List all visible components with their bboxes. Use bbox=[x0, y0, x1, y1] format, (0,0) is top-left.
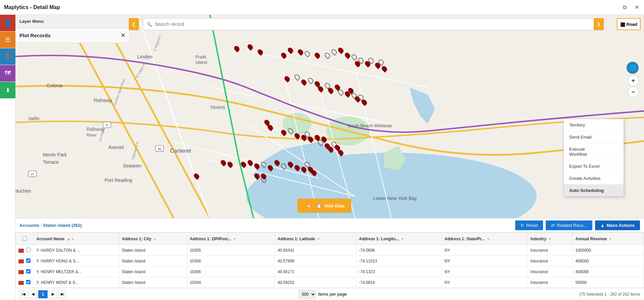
person-icon: 👤 bbox=[4, 19, 11, 27]
row-account-name: Y. HENRY MONT & S... bbox=[34, 277, 119, 288]
globe-icon[interactable]: 🌐 bbox=[627, 62, 639, 74]
svg-text:Iselin: Iselin bbox=[29, 116, 40, 121]
row-checkbox[interactable] bbox=[26, 258, 31, 263]
context-menu-export[interactable]: Export To Excel bbox=[564, 160, 624, 172]
layer-menu-label: Layer Menu bbox=[19, 19, 44, 24]
row-revenue: 400000 bbox=[573, 266, 644, 277]
row-checkbox-cell bbox=[16, 245, 34, 256]
accounts-title[interactable]: Accounts - Staten island (262) bbox=[19, 223, 82, 228]
map-grid-icon: ▦ bbox=[620, 21, 625, 28]
prev-page-button[interactable]: ◀ bbox=[29, 290, 37, 298]
row-state: NY bbox=[442, 245, 528, 256]
row-industry: Insurance bbox=[528, 266, 573, 277]
content-area: Iselin Menlo Park Terrace Metuchen Rahwa… bbox=[15, 15, 644, 300]
context-menu-territory[interactable]: Territory bbox=[564, 119, 624, 131]
hide-data-button[interactable]: ▲ 📋 Hide Data bbox=[298, 199, 351, 213]
context-menu-send-email[interactable]: Send Email bbox=[564, 131, 624, 143]
svg-text:Rahway: Rahway bbox=[94, 97, 112, 103]
row-latitude: 40.57999 bbox=[275, 256, 356, 266]
collapse-panel-button[interactable]: ❮ bbox=[129, 18, 139, 30]
search-input[interactable] bbox=[155, 21, 600, 27]
row-checkbox-cell bbox=[16, 277, 34, 288]
pagination-bar: |◀ ◀ 1 ▶ ▶| 500 100 50 items per page (7… bbox=[15, 288, 644, 300]
related-records-button[interactable]: ⇄ Related Reco... bbox=[546, 220, 592, 230]
row-city: Staten Island bbox=[119, 245, 187, 256]
mass-actions-button[interactable]: ▲ Mass Actions bbox=[595, 220, 640, 230]
last-page-button[interactable]: ▶| bbox=[58, 290, 66, 298]
svg-text:Port Reading: Port Reading bbox=[105, 178, 132, 183]
row-state: NY bbox=[442, 277, 528, 288]
row-checkbox[interactable] bbox=[26, 280, 31, 284]
page-navigation: |◀ ◀ 1 ▶ ▶| bbox=[19, 290, 66, 298]
svg-text:Avenel: Avenel bbox=[108, 144, 124, 150]
sidebar-download-btn[interactable]: ⬇ bbox=[0, 82, 15, 99]
row-latitude: 40.59252 bbox=[275, 277, 356, 288]
per-page-label: items per page bbox=[318, 292, 347, 297]
svg-text:Island: Island bbox=[196, 60, 207, 65]
zoom-in-button[interactable]: + bbox=[628, 75, 639, 86]
header-latitude: Address 1: Latitude ▼ bbox=[275, 233, 356, 245]
action-buttons: ↻ Reset ⇄ Related Reco... ▲ Mass Actions bbox=[515, 220, 640, 230]
map-container: Iselin Menlo Park Terrace Metuchen Rahwa… bbox=[15, 15, 644, 218]
mass-actions-icon: ▲ bbox=[600, 223, 605, 228]
table-body: Y. HARDY DALTON & ... Staten Island 1030… bbox=[16, 245, 644, 288]
panel-title-bar: Plot Records ✕ bbox=[15, 28, 129, 43]
header-city: Address 1: City ▼ bbox=[119, 233, 187, 245]
sidebar-layers-btn[interactable]: ☰ bbox=[0, 32, 15, 48]
mass-actions-label: Mass Actions bbox=[607, 223, 635, 228]
select-all-checkbox[interactable] bbox=[22, 236, 27, 241]
row-city: Staten Island bbox=[119, 266, 187, 277]
sidebar-location-btn[interactable]: 📍 bbox=[0, 48, 15, 65]
svg-text:27: 27 bbox=[31, 172, 34, 176]
row-revenue: 50000 bbox=[573, 277, 644, 288]
row-industry: Insurance bbox=[528, 245, 573, 256]
row-revenue: 1000000 bbox=[573, 245, 644, 256]
panel-close-button[interactable]: ✕ bbox=[121, 32, 125, 39]
row-industry: Insurance bbox=[528, 277, 573, 288]
table-row: Y. HENRY MONT & S... Staten Island 10304… bbox=[16, 277, 644, 288]
reset-icon: ↻ bbox=[521, 223, 524, 228]
svg-text:South Beach Wetlands: South Beach Wetlands bbox=[348, 123, 392, 128]
per-page-selector: 500 100 50 items per page bbox=[299, 290, 347, 299]
svg-text:Sewaren: Sewaren bbox=[123, 163, 141, 168]
header-industry: Industry ▼ bbox=[528, 233, 573, 245]
close-button[interactable]: ✕ bbox=[633, 4, 640, 11]
expand-map-button[interactable]: ❯ bbox=[594, 18, 604, 30]
current-page: 1 bbox=[38, 290, 48, 298]
related-label: Related Reco... bbox=[557, 223, 587, 228]
row-longitude: -74.0814 bbox=[356, 277, 442, 288]
row-city: Staten Island bbox=[119, 277, 187, 288]
row-zip: 10306 bbox=[187, 266, 275, 277]
context-menu-scheduling[interactable]: Auto Scheduling bbox=[564, 185, 624, 196]
restore-button[interactable]: ⧉ bbox=[621, 4, 628, 11]
row-checkbox[interactable] bbox=[26, 269, 31, 273]
row-state: NY bbox=[442, 266, 528, 277]
svg-text:Linden: Linden bbox=[137, 54, 152, 59]
map-type-button[interactable]: ▦ Road bbox=[617, 18, 641, 30]
zoom-out-button[interactable]: − bbox=[628, 87, 639, 97]
row-account-name: Y. HARRY HONG & S... bbox=[34, 256, 119, 266]
sidebar-map-btn[interactable]: 🗺 bbox=[0, 65, 15, 82]
zoom-controls: + − bbox=[628, 75, 639, 97]
map-icon: 🗺 bbox=[5, 70, 11, 77]
row-latitude: 40.60341 bbox=[275, 245, 356, 256]
row-longitude: -74.1323 bbox=[356, 266, 442, 277]
app-title: Maplytics - Detail Map bbox=[4, 4, 60, 10]
table-row: Y. HENRY MELTZER &... Staten Island 1030… bbox=[16, 266, 644, 277]
sidebar-person-btn[interactable]: 👤 bbox=[0, 15, 15, 32]
header-account-name: Account Name ▲▼ bbox=[34, 233, 119, 245]
svg-text:Menlo Park: Menlo Park bbox=[43, 152, 67, 157]
map-type-label: Road bbox=[627, 22, 638, 27]
plot-records-title: Plot Records bbox=[19, 33, 51, 38]
per-page-select[interactable]: 500 100 50 bbox=[299, 290, 316, 299]
download-icon: ⬇ bbox=[5, 87, 10, 94]
header-zip: Address 1: ZIP/Post... ▼ bbox=[187, 233, 275, 245]
context-menu-workflow[interactable]: ExecuteWorkflow bbox=[564, 143, 624, 160]
context-menu-activities[interactable]: Create Activities bbox=[564, 172, 624, 185]
first-page-button[interactable]: |◀ bbox=[19, 290, 28, 298]
row-checkbox[interactable] bbox=[26, 248, 31, 252]
next-page-button[interactable]: ▶ bbox=[49, 290, 57, 298]
reset-button[interactable]: ↻ Reset bbox=[515, 220, 543, 230]
map-svg: Iselin Menlo Park Terrace Metuchen Rahwa… bbox=[15, 15, 644, 218]
title-bar: Maplytics - Detail Map ⧉ ✕ bbox=[0, 0, 644, 15]
